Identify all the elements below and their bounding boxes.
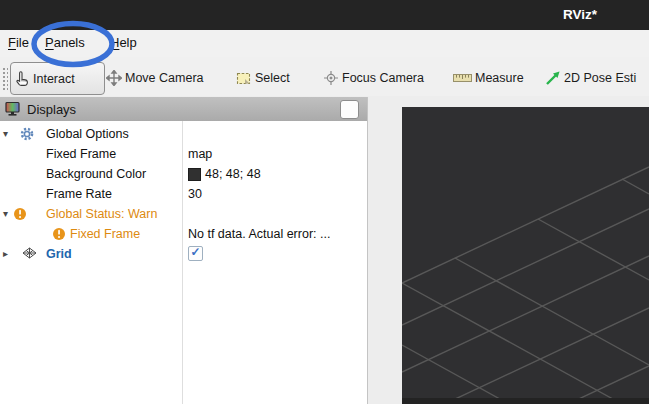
value-text: 48; 48; 48 [205,164,261,184]
background-color-value[interactable]: 48; 48; 48 [188,164,261,184]
menu-file-rest: ile [16,35,29,50]
menu-panels[interactable]: Panels [45,30,85,56]
row-label: Fixed Frame [70,224,140,244]
measure-label: Measure [475,71,524,85]
menu-help-accel: H [110,35,119,50]
expand-arrow-icon[interactable]: ▾ [3,124,15,144]
warning-icon [13,207,27,221]
menu-help-rest: elp [119,35,136,50]
pose-arrow-icon [545,70,561,86]
panel-detach-button[interactable] [340,100,359,119]
row-label: Global Options [46,124,129,144]
status-message: No tf data. Actual error: ... [188,224,330,244]
hand-pointer-icon [14,71,30,87]
grid-enabled-checkbox[interactable]: ✓ [188,246,203,261]
value-text: map [188,144,212,164]
displays-panel-title: Displays [27,102,76,117]
render-viewport[interactable] [402,107,649,404]
select-label: Select [255,71,290,85]
row-label: Frame Rate [46,184,112,204]
displays-panel-header: Displays [0,97,367,121]
ruler-icon [453,70,472,86]
title-bar: RViz* [0,0,649,30]
focus-camera-tool[interactable]: Focus Camera [323,62,424,94]
menu-bar: File Panels Help [0,30,649,58]
monitor-icon [5,101,21,117]
displays-panel: Displays ▾ Global Options Fixed Frame [0,97,368,404]
menu-panels-rest: anels [54,35,85,50]
focus-camera-label: Focus Camera [342,71,424,85]
measure-tool[interactable]: Measure [453,62,524,94]
tree-row-background-color[interactable]: Background Color 48; 48; 48 [0,164,367,184]
move-arrows-icon [106,70,122,86]
rviz-window: RViz* File Panels Help Interact Move Cam… [0,0,649,404]
tree-row-status-fixed-frame[interactable]: Fixed Frame No tf data. Actual error: ..… [0,224,367,244]
move-camera-label: Move Camera [125,71,204,85]
window-title: RViz* [563,0,597,30]
menu-panels-accel: P [45,35,54,50]
main-area: Displays ▾ Global Options Fixed Frame [0,96,649,404]
pose-estimate-label: 2D Pose Esti [564,71,636,85]
row-label: Fixed Frame [46,144,116,164]
pose-estimate-tool[interactable]: 2D Pose Esti [545,62,636,94]
row-label: Grid [46,244,72,264]
menu-file[interactable]: File [8,30,29,56]
interact-tool-button[interactable]: Interact [10,62,105,95]
collapse-arrow-icon[interactable]: ▸ [3,244,15,264]
menu-file-accel: F [8,35,16,50]
toolbar-grip-handle[interactable] [2,67,8,91]
ground-grid [402,107,649,404]
fixed-frame-value[interactable]: map [188,144,212,164]
row-label: Background Color [46,164,146,184]
tree-row-global-status[interactable]: ▾ Global Status: Warn [0,204,367,224]
crosshair-icon [323,70,339,86]
color-swatch [188,168,201,181]
displays-tree: ▾ Global Options Fixed Frame map Backgro… [0,121,367,404]
checkmark-icon: ✓ [189,243,202,261]
select-tool[interactable]: Select [236,62,290,94]
row-label: Global Status: Warn [46,204,157,224]
warning-icon [52,227,66,241]
value-text: No tf data. Actual error: ... [188,224,330,244]
gear-icon [20,127,34,141]
value-text: 30 [188,184,202,204]
tree-row-fixed-frame[interactable]: Fixed Frame map [0,144,367,164]
frame-rate-value[interactable]: 30 [188,184,202,204]
tree-row-global-options[interactable]: ▾ Global Options [0,124,367,144]
tree-row-grid[interactable]: ▸ Grid ✓ [0,244,367,264]
menu-help[interactable]: Help [110,30,137,56]
selection-box-icon [236,70,252,86]
move-camera-tool[interactable]: Move Camera [106,62,204,94]
interact-tool-label: Interact [33,72,75,86]
tree-row-frame-rate[interactable]: Frame Rate 30 [0,184,367,204]
grid-icon [22,247,37,259]
